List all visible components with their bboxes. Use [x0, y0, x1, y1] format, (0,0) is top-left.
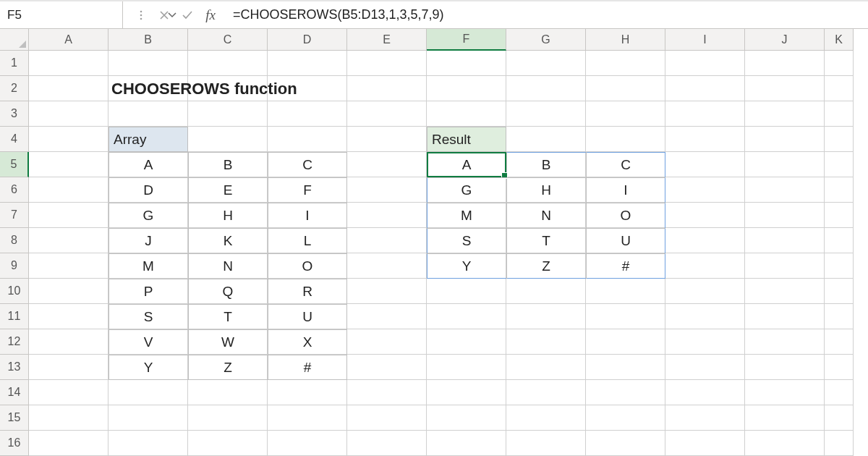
- result-cell[interactable]: T: [506, 228, 586, 253]
- grid-cell[interactable]: [825, 228, 854, 253]
- array-cell[interactable]: I: [268, 203, 347, 228]
- row-header[interactable]: 5: [0, 152, 29, 177]
- grid-cell[interactable]: [825, 431, 854, 456]
- result-cell[interactable]: O: [586, 203, 665, 228]
- grid-cell[interactable]: [188, 431, 268, 456]
- grid-cell[interactable]: [109, 431, 188, 456]
- row-header[interactable]: 3: [0, 101, 29, 127]
- grid-cell[interactable]: [825, 127, 854, 152]
- array-cell[interactable]: Q: [188, 279, 268, 304]
- grid-cell[interactable]: [188, 127, 268, 152]
- grid-cell[interactable]: [586, 304, 665, 329]
- grid-cell[interactable]: [586, 76, 665, 101]
- grid-cell[interactable]: [268, 431, 347, 456]
- array-cell[interactable]: P: [109, 279, 188, 304]
- grid-cell[interactable]: [506, 76, 586, 101]
- grid-cell[interactable]: [109, 51, 188, 76]
- grid-cell[interactable]: [347, 405, 427, 431]
- grid-cell[interactable]: [268, 101, 347, 127]
- grid-cell[interactable]: [586, 380, 665, 405]
- grid-cell[interactable]: [665, 279, 745, 304]
- grid-cell[interactable]: [745, 51, 825, 76]
- column-header[interactable]: K: [825, 29, 854, 51]
- column-header[interactable]: A: [29, 29, 109, 51]
- grid-cell[interactable]: [586, 329, 665, 355]
- grid-cell[interactable]: [268, 405, 347, 431]
- grid-cell[interactable]: [347, 431, 427, 456]
- grid-cell[interactable]: [825, 203, 854, 228]
- row-header[interactable]: 12: [0, 329, 29, 355]
- grid-cell[interactable]: [427, 101, 506, 127]
- grid-cell[interactable]: [586, 279, 665, 304]
- array-cell[interactable]: Z: [188, 355, 268, 380]
- result-cell[interactable]: B: [506, 152, 586, 177]
- grid-cell[interactable]: [745, 355, 825, 380]
- row-header[interactable]: 1: [0, 51, 29, 76]
- grid-cell[interactable]: [427, 405, 506, 431]
- grid-cell[interactable]: [586, 355, 665, 380]
- insert-function-button[interactable]: fx: [200, 4, 221, 26]
- grid-cell[interactable]: [188, 51, 268, 76]
- grid-cell[interactable]: [745, 405, 825, 431]
- grid-cell[interactable]: [825, 101, 854, 127]
- grid-cell[interactable]: [745, 253, 825, 279]
- grid-cell[interactable]: [506, 355, 586, 380]
- array-cell[interactable]: O: [268, 253, 347, 279]
- grid-cell[interactable]: [427, 431, 506, 456]
- grid-cell[interactable]: [506, 51, 586, 76]
- grid-cell[interactable]: [825, 51, 854, 76]
- row-header[interactable]: 10: [0, 279, 29, 304]
- grid-cell[interactable]: [347, 152, 427, 177]
- row-header[interactable]: 9: [0, 253, 29, 279]
- grid-cell[interactable]: [825, 76, 854, 101]
- grid-cell[interactable]: [29, 431, 109, 456]
- confirm-edit-button[interactable]: [176, 4, 198, 26]
- array-cell[interactable]: S: [109, 304, 188, 329]
- grid-cell[interactable]: [665, 228, 745, 253]
- array-cell[interactable]: M: [109, 253, 188, 279]
- array-cell[interactable]: H: [188, 203, 268, 228]
- row-header[interactable]: 8: [0, 228, 29, 253]
- grid-cell[interactable]: [29, 51, 109, 76]
- grid-cell[interactable]: [586, 405, 665, 431]
- grid-cell[interactable]: [29, 152, 109, 177]
- grid-cell[interactable]: [188, 101, 268, 127]
- result-cell[interactable]: G: [427, 177, 506, 203]
- grid-cell[interactable]: [586, 431, 665, 456]
- grid-cell[interactable]: [586, 127, 665, 152]
- grid-cell[interactable]: [347, 355, 427, 380]
- grid-cell[interactable]: [427, 304, 506, 329]
- grid-cell[interactable]: [347, 304, 427, 329]
- grid-cell[interactable]: [665, 355, 745, 380]
- grid-cell[interactable]: [506, 304, 586, 329]
- result-cell[interactable]: A: [427, 152, 506, 177]
- grid-cell[interactable]: [347, 51, 427, 76]
- grid-cell[interactable]: [745, 101, 825, 127]
- grid-cell[interactable]: [29, 253, 109, 279]
- select-all-cells[interactable]: [0, 29, 29, 51]
- grid-cell[interactable]: [745, 329, 825, 355]
- grid-cell[interactable]: [347, 228, 427, 253]
- grid-cell[interactable]: [347, 76, 427, 101]
- result-cell[interactable]: S: [427, 228, 506, 253]
- array-cell[interactable]: R: [268, 279, 347, 304]
- grid-cell[interactable]: [745, 76, 825, 101]
- name-box[interactable]: [0, 1, 123, 28]
- grid-cell[interactable]: [188, 380, 268, 405]
- grid-cell[interactable]: [29, 405, 109, 431]
- grid-cell[interactable]: [268, 380, 347, 405]
- grid-cell[interactable]: [665, 304, 745, 329]
- row-header[interactable]: 6: [0, 177, 29, 203]
- result-cell[interactable]: Z: [506, 253, 586, 279]
- grid-cell[interactable]: [29, 329, 109, 355]
- grid-cell[interactable]: [665, 380, 745, 405]
- array-cell[interactable]: Y: [109, 355, 188, 380]
- result-cell[interactable]: C: [586, 152, 665, 177]
- column-header[interactable]: J: [745, 29, 825, 51]
- row-header[interactable]: 4: [0, 127, 29, 152]
- grid-cell[interactable]: [268, 51, 347, 76]
- grid-cell[interactable]: [29, 203, 109, 228]
- grid-cell[interactable]: [825, 329, 854, 355]
- grid-cell[interactable]: [745, 152, 825, 177]
- grid-cell[interactable]: [29, 355, 109, 380]
